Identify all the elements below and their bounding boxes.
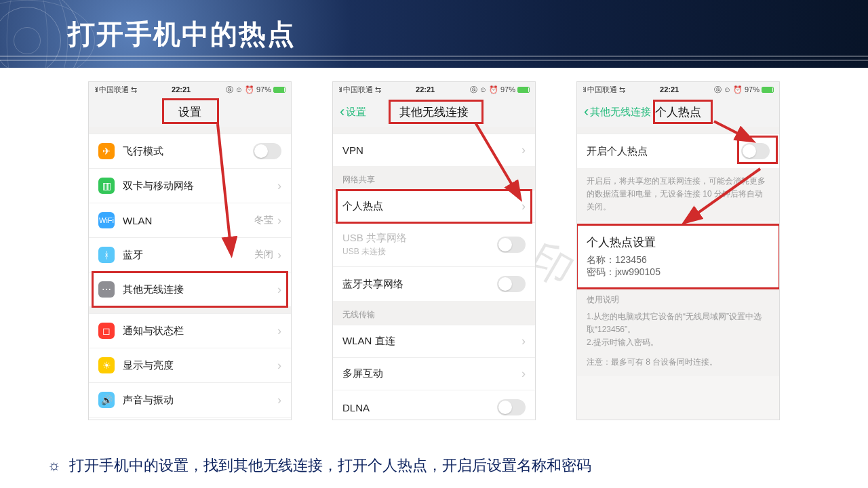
row-airplane-mode[interactable]: ✈ 飞行模式 [89, 134, 291, 168]
row-label: 飞行模式 [123, 145, 253, 158]
row-label: 蓝牙 [123, 249, 254, 262]
chevron-right-icon [521, 143, 526, 157]
back-button[interactable]: 其他无线连接 [584, 103, 651, 121]
chevron-right-icon [277, 393, 281, 407]
row-wlan[interactable]: WiFi WLAN 冬莹 [89, 203, 291, 237]
brightness-icon: ☀ [98, 357, 115, 373]
row-label: 声音与振动 [123, 394, 277, 407]
row-label: 开启个人热点 [587, 145, 741, 158]
usage-title: 使用说明 [587, 293, 770, 306]
row-dnd[interactable]: ☾ 免打扰 [89, 417, 291, 420]
chevron-right-icon [277, 248, 281, 262]
hotspot-settings-card[interactable]: 个人热点设置 名称：123456 密码：jxw990105 [577, 226, 779, 287]
toggle-usb [497, 237, 526, 253]
row-label: 蓝牙共享网络 [342, 278, 497, 291]
row-other-wireless[interactable]: ⋯ 其他无线连接 [89, 272, 291, 306]
back-button[interactable]: 设置 [340, 103, 366, 121]
notification-icon: ◻ [98, 323, 115, 339]
row-label: 个人热点 [342, 200, 521, 213]
row-bt-tether[interactable]: 蓝牙共享网络 [333, 266, 535, 301]
row-value: 关闭 [254, 249, 273, 261]
row-sublabel: USB 未连接 [342, 246, 497, 258]
row-wlan-direct[interactable]: WLAN 直连 [333, 325, 535, 357]
status-battery: ⓐ ☺ ⏰ 97% [714, 85, 774, 95]
sound-icon: 🔊 [98, 392, 115, 408]
sim-icon: ▥ [98, 178, 115, 194]
bluetooth-icon: ᚼ [98, 247, 115, 263]
status-battery: ⓐ ☺ ⏰ 97% [226, 85, 285, 95]
row-label: DLNA [342, 402, 497, 413]
nav-title: 其他无线连接 个人热点 [577, 97, 779, 127]
chevron-right-icon [521, 334, 526, 348]
status-bar: ⁝ıl 中国联通 ⇆ 22:21 ⓐ ☺ ⏰ 97% [333, 82, 535, 97]
chevron-right-icon [277, 359, 281, 373]
chevron-right-icon [277, 324, 281, 338]
toggle-bt[interactable] [497, 276, 526, 292]
row-label: USB 共享网络 [342, 232, 497, 245]
row-label: WLAN [123, 215, 254, 226]
row-dual-sim[interactable]: ▥ 双卡与移动网络 [89, 168, 291, 203]
page-title: 个人热点 [655, 104, 701, 120]
slide-title: 打开手机中的热点 [68, 16, 296, 53]
row-multiscreen[interactable]: 多屏互动 [333, 357, 535, 390]
chevron-right-icon [521, 367, 526, 381]
status-time: 22:21 [416, 85, 435, 94]
toggle-dlna[interactable] [497, 399, 526, 415]
airplane-icon: ✈ [98, 143, 115, 159]
row-dlna[interactable]: DLNA [333, 390, 535, 420]
footer-caption: ☼ 打开手机中的设置，找到其他无线连接，打开个人热点，开启后设置名称和密码 [0, 455, 868, 476]
row-value: 冬莹 [254, 214, 273, 226]
slide-header: 打开手机中的热点 [0, 0, 868, 68]
row-display[interactable]: ☀ 显示与亮度 [89, 348, 291, 382]
usage-note: 注意：最多可有 8 台设备同时连接。 [587, 356, 770, 369]
chevron-right-icon [277, 283, 281, 297]
row-notification[interactable]: ◻ 通知与状态栏 [89, 313, 291, 348]
sun-icon: ☼ [47, 457, 61, 474]
more-icon: ⋯ [98, 281, 115, 298]
nav-title: 设置 [89, 97, 291, 127]
status-bar: ⁝ıl 中国联通 ⇆ 22:21 ⓐ ☺ ⏰ 97% [89, 82, 291, 97]
page-title: 设置 [178, 104, 201, 120]
toggle-airplane[interactable] [253, 143, 281, 159]
row-label: VPN [342, 144, 521, 156]
hotspot-name: 名称：123456 [587, 254, 770, 266]
footer-text: 打开手机中的设置，找到其他无线连接，打开个人热点，开启后设置名称和密码 [69, 457, 591, 474]
usage-step-1: 1.从您的电脑或其它设备的“无线局域网”设置中选取“123456”。 [587, 310, 770, 336]
status-time: 22:21 [172, 85, 191, 94]
toggle-hotspot[interactable] [741, 143, 770, 159]
hotspot-note: 开启后，将共享您的互联网连接，可能会消耗更多的数据流量和电量，无设备连接 10 … [577, 168, 779, 221]
row-label: 双卡与移动网络 [123, 180, 277, 192]
row-label: 多屏互动 [342, 367, 521, 380]
row-label: 其他无线连接 [123, 283, 277, 296]
row-sound[interactable]: 🔊 声音与振动 [89, 382, 291, 417]
chevron-right-icon [277, 179, 281, 193]
carrier: ⁝ıl 中国联通 ⇆ [583, 85, 625, 95]
usage-step-2: 2.提示时输入密码。 [587, 336, 770, 349]
section-network-share: 网络共享 [333, 166, 535, 190]
row-label: 显示与亮度 [123, 359, 277, 372]
chevron-right-icon [277, 214, 281, 228]
wifi-icon: WiFi [98, 212, 115, 228]
screenshot-settings: ⁝ıl 中国联通 ⇆ 22:21 ⓐ ☺ ⏰ 97% 设置 ✈ 飞行模式 ▥ 双… [88, 81, 292, 420]
carrier: ⁝ıl 中国联通 ⇆ [338, 85, 381, 95]
row-personal-hotspot[interactable]: 个人热点 [333, 190, 535, 222]
screenshot-hotspot: ⁝ıl 中国联通 ⇆ 22:21 ⓐ ☺ ⏰ 97% 其他无线连接 个人热点 开… [576, 81, 780, 420]
status-time: 22:21 [660, 85, 679, 94]
section-wireless-transfer: 无线传输 [333, 301, 535, 325]
row-vpn[interactable]: VPN [333, 134, 535, 166]
usage-block: 使用说明 1.从您的电脑或其它设备的“无线局域网”设置中选取“123456”。 … [577, 287, 779, 376]
page-title: 其他无线连接 [399, 104, 469, 120]
settings-title: 个人热点设置 [587, 235, 770, 250]
row-enable-hotspot[interactable]: 开启个人热点 [577, 134, 779, 168]
row-bluetooth[interactable]: ᚼ 蓝牙 关闭 [89, 237, 291, 272]
row-label: 通知与状态栏 [123, 325, 277, 338]
nav-title: 设置 其他无线连接 [333, 97, 535, 127]
carrier: ⁝ıl 中国联通 ⇆ [94, 85, 137, 95]
status-bar: ⁝ıl 中国联通 ⇆ 22:21 ⓐ ☺ ⏰ 97% [577, 82, 779, 97]
content-row: ⁝ıl 中国联通 ⇆ 22:21 ⓐ ☺ ⏰ 97% 设置 ✈ 飞行模式 ▥ 双… [0, 68, 868, 427]
screenshot-other-wireless: ⁝ıl 中国联通 ⇆ 22:21 ⓐ ☺ ⏰ 97% 设置 其他无线连接 VPN… [332, 81, 536, 420]
hotspot-password: 密码：jxw990105 [587, 266, 770, 279]
row-label: WLAN 直连 [342, 335, 521, 348]
row-usb-tether: USB 共享网络 USB 未连接 [333, 222, 535, 266]
status-battery: ⓐ ☺ ⏰ 97% [470, 85, 530, 95]
